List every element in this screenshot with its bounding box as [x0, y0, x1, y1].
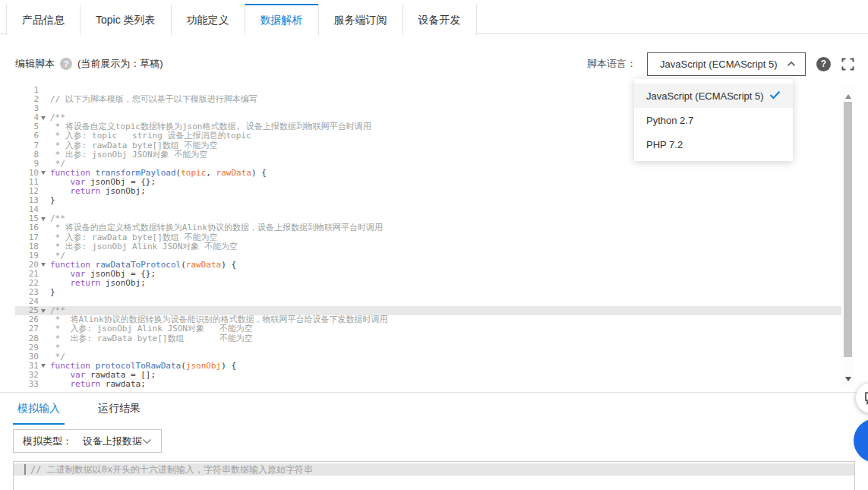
check-icon: [769, 90, 781, 102]
code-line: 18 * 出参: jsonObj Alink JSON对象 不能为空: [15, 242, 841, 251]
line-number: 33: [15, 380, 39, 389]
simulate-input-comment: // 二进制数据以0x开头的十六进制输入，字符串数据输入原始字符串: [30, 463, 313, 476]
line-number: 7: [15, 141, 39, 150]
fold-arrow-icon[interactable]: [39, 169, 47, 178]
tab-产品信息[interactable]: 产品信息: [6, 4, 80, 35]
line-number: 17: [15, 233, 39, 242]
tab-数据解析[interactable]: 数据解析: [245, 4, 318, 35]
edit-script-title: 编辑脚本: [15, 57, 55, 71]
line-number: 29: [15, 343, 39, 352]
fold-arrow-icon[interactable]: [39, 214, 47, 223]
line-number: 30: [15, 352, 39, 362]
scrollbar-down-arrow-icon[interactable]: [841, 374, 854, 384]
scrollbar-up-arrow-icon[interactable]: [841, 91, 854, 102]
section-divider: [0, 392, 868, 393]
bottom-tabs: 模拟输入运行结果: [13, 399, 145, 425]
draft-status-note: (当前展示为：草稿): [77, 57, 163, 71]
feedback-button[interactable]: [856, 383, 868, 413]
fold-arrow-icon[interactable]: [39, 261, 47, 270]
code-line: 13}: [15, 196, 841, 205]
scrollbar-thumb[interactable]: [844, 102, 852, 357]
line-number: 19: [15, 251, 39, 261]
code-line: 14: [15, 205, 841, 214]
fullscreen-icon[interactable]: [841, 58, 854, 71]
dropdown-option[interactable]: Python 2.7: [634, 108, 793, 132]
tab-功能定义[interactable]: 功能定义: [171, 4, 245, 35]
line-number: 6: [15, 131, 39, 141]
line-number: 27: [15, 324, 39, 334]
dropdown-option[interactable]: JavaScript (ECMAScript 5): [634, 84, 793, 108]
product-tabbar: 产品信息Topic 类列表功能定义数据解析服务端订阅设备开发: [0, 4, 868, 34]
help-icon[interactable]: ?: [60, 58, 72, 70]
script-language-select[interactable]: JavaScript (ECMAScript 5): [647, 52, 806, 76]
dropdown-option-label: PHP 7.2: [646, 139, 683, 150]
fold-arrow-icon[interactable]: [39, 306, 47, 315]
script-editor-header: 编辑脚本 ? (当前展示为：草稿) 脚本语言： JavaScript (ECMA…: [15, 52, 854, 76]
data-parsing-page: 产品信息Topic 类列表功能定义数据解析服务端订阅设备开发 编辑脚本 ? (当…: [0, 0, 868, 490]
code-line: 28 * 出参: rawData byte[]数组 不能为空: [15, 334, 841, 343]
help-icon-dark[interactable]: ?: [816, 57, 831, 71]
code-line: 22 return jsonObj;: [15, 279, 841, 288]
dropdown-option-label: Python 2.7: [646, 115, 693, 126]
simulate-type-select[interactable]: 模拟类型： 设备上报数据: [13, 429, 162, 453]
tab-设备开发[interactable]: 设备开发: [402, 4, 477, 35]
code-line: 12 return jsonObj;: [15, 187, 841, 196]
code-line: 23}: [15, 288, 841, 297]
tab-模拟输入[interactable]: 模拟输入: [13, 399, 65, 425]
text-cursor: [24, 464, 26, 475]
dropdown-option-label: JavaScript (ECMAScript 5): [646, 90, 764, 102]
simulate-input-active-line: // 二进制数据以0x开头的十六进制输入，字符串数据输入原始字符串: [14, 463, 854, 476]
support-button[interactable]: [854, 419, 868, 463]
fold-arrow-icon[interactable]: [39, 362, 47, 371]
simulate-type-value: 设备上报数据: [83, 435, 142, 448]
chevron-up-icon: [787, 61, 796, 67]
product-tabs: 产品信息Topic 类列表功能定义数据解析服务端订阅设备开发: [6, 4, 477, 34]
dropdown-option[interactable]: PHP 7.2: [634, 132, 793, 156]
language-dropdown-menu: JavaScript (ECMAScript 5)Python 2.7PHP 7…: [634, 79, 793, 161]
simulate-type-label: 模拟类型：: [23, 435, 72, 448]
code-line: 24: [15, 297, 841, 306]
tab-运行结果[interactable]: 运行结果: [93, 399, 145, 425]
tab-Topic 类列表[interactable]: Topic 类列表: [80, 4, 171, 35]
fold-arrow-icon[interactable]: [39, 113, 47, 122]
line-number: 16: [15, 223, 39, 232]
code-line: 33 return rawdata;: [15, 380, 841, 389]
editor-scrollbar[interactable]: [841, 84, 854, 389]
feedback-icon: [863, 390, 868, 406]
tab-服务端订阅[interactable]: 服务端订阅: [318, 4, 402, 35]
script-language-label: 脚本语言：: [587, 57, 636, 71]
line-number: 18: [15, 242, 39, 251]
code-line: 29 *: [15, 343, 841, 352]
script-language-value: JavaScript (ECMAScript 5): [660, 58, 778, 70]
simulate-input-editor[interactable]: // 二进制数据以0x开头的十六进制输入，字符串数据输入原始字符串: [13, 461, 855, 490]
line-number: 8: [15, 150, 39, 160]
chevron-down-icon: [142, 438, 152, 444]
line-number: 28: [15, 334, 39, 343]
